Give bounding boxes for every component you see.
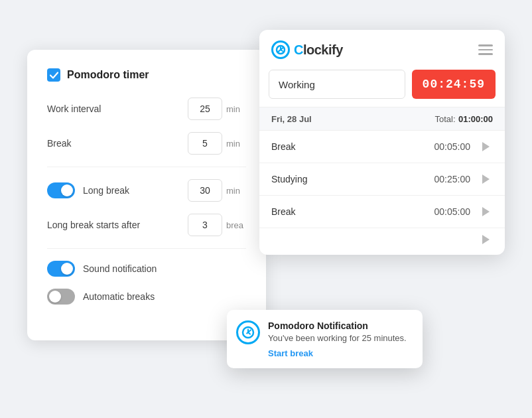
time-entry-1: Studying 00:25:00 bbox=[259, 163, 505, 196]
clockify-header: Clockify bbox=[259, 30, 505, 66]
long-break-toggle[interactable] bbox=[47, 182, 75, 198]
entry-name-1: Studying bbox=[271, 174, 307, 184]
play-button-0[interactable] bbox=[478, 139, 493, 154]
timer-button[interactable]: 00:24:59 bbox=[412, 70, 496, 99]
entry-time-2: 00:05:00 bbox=[434, 206, 471, 217]
play-triangle-0 bbox=[482, 142, 490, 151]
timer-row: Working 00:24:59 bbox=[269, 70, 496, 99]
play-button-1[interactable] bbox=[478, 172, 493, 186]
play-button-2[interactable] bbox=[478, 204, 493, 219]
long-break-starts-unit: brea bbox=[226, 220, 246, 230]
timer-task-label[interactable]: Working bbox=[269, 70, 405, 99]
long-break-input[interactable] bbox=[188, 179, 222, 202]
entry-time-0: 00:05:00 bbox=[434, 141, 471, 152]
menu-icon[interactable] bbox=[478, 44, 493, 55]
long-break-starts-input[interactable] bbox=[188, 214, 222, 236]
notification-action[interactable]: Start break bbox=[268, 348, 313, 358]
settings-panel: Pomodoro timer Work interval min Break m… bbox=[27, 50, 266, 340]
pomodoro-checkbox[interactable] bbox=[47, 68, 60, 82]
entry-right-0: 00:05:00 bbox=[434, 139, 494, 154]
work-interval-row: Work interval min bbox=[47, 98, 246, 120]
sound-toggle[interactable] bbox=[47, 261, 75, 277]
entry-name-2: Break bbox=[271, 206, 296, 217]
total-prefix: Total: bbox=[434, 114, 455, 124]
work-interval-unit: min bbox=[226, 104, 246, 114]
long-break-starts-label: Long break starts after bbox=[47, 220, 188, 230]
last-play-row bbox=[259, 228, 505, 249]
play-triangle-1 bbox=[482, 174, 490, 184]
date-header: Fri, 28 Jul Total: 01:00:00 bbox=[259, 107, 505, 131]
menu-line-3 bbox=[478, 53, 493, 55]
long-break-starts-row: Long break starts after brea bbox=[47, 214, 246, 236]
notification-body: You've been working for 25 minutes. bbox=[268, 333, 411, 343]
time-entry-2: Break 00:05:00 bbox=[259, 196, 505, 228]
long-break-unit: min bbox=[226, 186, 246, 196]
notification-title: Pomodoro Notification bbox=[268, 320, 411, 331]
menu-line-2 bbox=[478, 49, 493, 51]
total-time: 01:00:00 bbox=[458, 114, 493, 124]
break-row: Break min bbox=[47, 132, 246, 155]
break-unit: min bbox=[226, 139, 246, 149]
total-section: Total: 01:00:00 bbox=[434, 113, 493, 125]
long-break-row: Long break min bbox=[47, 179, 246, 202]
divider-1 bbox=[47, 167, 246, 167]
clockify-logo-icon bbox=[271, 40, 290, 59]
menu-line-1 bbox=[478, 44, 493, 46]
break-label: Break bbox=[47, 138, 188, 149]
sound-row: Sound notification bbox=[47, 261, 246, 277]
entry-time-1: 00:25:00 bbox=[434, 174, 471, 184]
auto-breaks-row: Automatic breaks bbox=[47, 289, 246, 305]
svg-point-3 bbox=[243, 327, 253, 338]
settings-header: Pomodoro timer bbox=[47, 68, 246, 82]
entry-right-2: 00:05:00 bbox=[434, 204, 494, 219]
logo-rest: lockify bbox=[303, 42, 343, 57]
auto-breaks-label: Automatic breaks bbox=[83, 291, 246, 302]
play-triangle-3 bbox=[482, 235, 490, 244]
notification-icon bbox=[236, 320, 260, 344]
settings-title: Pomodoro timer bbox=[67, 69, 149, 81]
clockify-panel: Clockify Working 00:24:59 Fri, 28 Jul To… bbox=[259, 30, 505, 255]
clockify-logo: Clockify bbox=[271, 40, 343, 59]
clockify-logo-text: Clockify bbox=[294, 42, 343, 58]
svg-line-5 bbox=[248, 332, 250, 334]
work-interval-input[interactable] bbox=[188, 98, 222, 120]
divider-2 bbox=[47, 248, 246, 249]
break-input[interactable] bbox=[188, 132, 222, 155]
long-break-toggle-knob bbox=[61, 184, 73, 196]
logo-c: C bbox=[294, 42, 303, 57]
auto-breaks-toggle-knob bbox=[49, 291, 61, 303]
notification-content: Pomodoro Notification You've been workin… bbox=[268, 320, 411, 359]
time-entry-0: Break 00:05:00 bbox=[259, 131, 505, 163]
long-break-label: Long break bbox=[83, 185, 188, 196]
work-interval-label: Work interval bbox=[47, 104, 188, 114]
svg-line-2 bbox=[281, 50, 283, 51]
notification-popup: Pomodoro Notification You've been workin… bbox=[227, 310, 423, 368]
entry-right-1: 00:25:00 bbox=[434, 172, 494, 186]
play-triangle-2 bbox=[482, 207, 490, 216]
auto-breaks-toggle[interactable] bbox=[47, 289, 75, 305]
sound-toggle-knob bbox=[61, 263, 73, 275]
date-label: Fri, 28 Jul bbox=[271, 114, 312, 124]
entry-name-0: Break bbox=[271, 141, 296, 152]
sound-label: Sound notification bbox=[83, 263, 246, 274]
play-button-3[interactable] bbox=[478, 232, 493, 247]
